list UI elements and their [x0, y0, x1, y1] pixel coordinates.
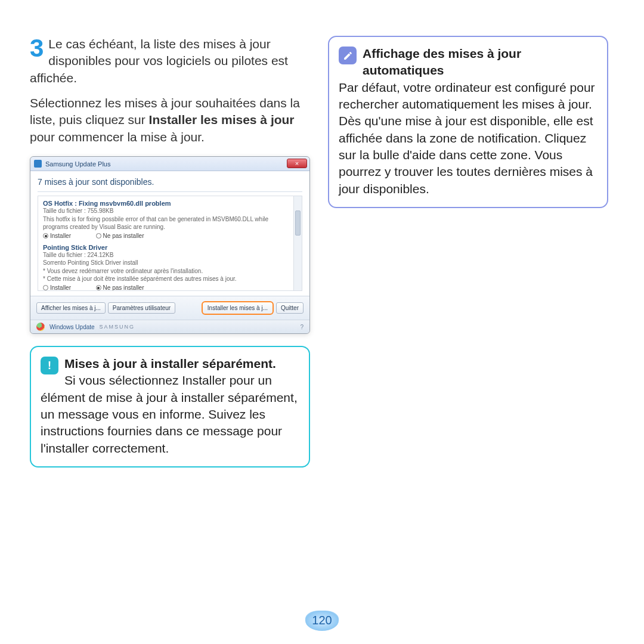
step-para2-bold: Installer les mises à jour — [149, 113, 295, 126]
user-params-button[interactable]: Paramètres utilisateur — [108, 302, 175, 314]
radio-install-icon[interactable] — [43, 233, 48, 239]
update1-install-label[interactable]: Installer — [50, 233, 71, 239]
dialog-titlebar: Samsung Update Plus × — [30, 157, 309, 171]
app-icon — [34, 160, 42, 168]
update1-title: OS Hotfix : Fixing msvbvm60.dll problem — [43, 200, 291, 207]
callout-purple-title: Affichage des mises à jour automatiques — [363, 47, 521, 77]
update2-title: Pointing Stick Driver — [43, 244, 291, 251]
update2-note1: * Vous devez redémarrer votre ordinateur… — [43, 267, 291, 275]
install-updates-button[interactable]: Installer les mises à j... — [202, 301, 274, 315]
update2-size: Taille du fichier : 224.12KB — [43, 251, 291, 259]
update1-desc: This hotfix is for fixing possbile error… — [43, 215, 291, 231]
scrollbar[interactable] — [293, 196, 302, 290]
callout-cyan-title: Mises à jour à installer séparément. — [64, 357, 276, 370]
windows-update-link[interactable]: Windows Update — [49, 324, 95, 330]
step-number: 3 — [30, 36, 44, 61]
right-column: Affichage des mises à jour automatiques … — [328, 36, 608, 467]
radio-install-icon[interactable] — [43, 285, 48, 290]
update1-size: Taille du fichier : 755.98KB — [43, 207, 291, 215]
update2-desc: Sorrento Pointing Stick Driver install — [43, 259, 291, 267]
callout-separate-install: ! Mises à jour à installer séparément. S… — [30, 346, 310, 467]
brand-label: SAMSUNG — [100, 324, 135, 330]
step-para2-tail: pour commencer la mise à jour. — [30, 130, 205, 144]
step-paragraph-2: Sélectionnez les mises à jour souhaitées… — [30, 95, 310, 145]
show-updates-button[interactable]: Afficher les mises à j... — [36, 302, 106, 314]
left-column: 3 Le cas échéant, la liste des mises à j… — [30, 36, 310, 467]
update2-install-label[interactable]: Installer — [50, 284, 71, 291]
update2-skip-label[interactable]: Ne pas installer — [103, 284, 144, 291]
dialog-title: Samsung Update Plus — [45, 160, 110, 168]
update2-options: Installer Ne pas installer — [43, 284, 291, 291]
radio-skip-icon[interactable] — [96, 285, 101, 290]
update1-skip-label[interactable]: Ne pas installer — [103, 233, 144, 239]
update-list: OS Hotfix : Fixing msvbvm60.dll problem … — [38, 196, 302, 291]
callout-purple-body: Par défaut, votre ordinateur est configu… — [339, 80, 595, 196]
step-paragraph-1: Le cas échéant, la liste des mises à jou… — [30, 36, 310, 86]
divider — [38, 191, 302, 192]
close-button[interactable]: × — [287, 159, 307, 168]
update1-options: Installer Ne pas installer — [43, 233, 291, 239]
scrollbar-thumb[interactable] — [295, 210, 301, 236]
help-icon[interactable]: ? — [300, 324, 304, 330]
alert-icon: ! — [41, 357, 58, 374]
dialog-heading: 7 mises à jour sont disponibles. — [38, 177, 302, 187]
quit-button[interactable]: Quitter — [276, 302, 304, 314]
dialog-footer: Afficher les mises à j... Paramètres uti… — [30, 296, 309, 320]
callout-auto-updates: Affichage des mises à jour automatiques … — [328, 36, 608, 208]
dialog-body: 7 mises à jour sont disponibles. OS Hotf… — [30, 171, 309, 296]
step-block: 3 Le cas échéant, la liste des mises à j… — [30, 36, 310, 145]
pencil-note-icon — [339, 47, 357, 64]
update-dialog: Samsung Update Plus × 7 mises à jour son… — [30, 156, 310, 334]
dialog-statusbar: Windows Update SAMSUNG ? — [30, 320, 309, 333]
callout-cyan-body: Si vous sélectionnez Installer pour un é… — [41, 373, 298, 454]
page-number: 120 — [305, 611, 339, 631]
update2-note2: * Cette mise à jour doit être installée … — [43, 275, 291, 283]
radio-skip-icon[interactable] — [96, 233, 101, 239]
windows-orb-icon — [36, 323, 45, 331]
